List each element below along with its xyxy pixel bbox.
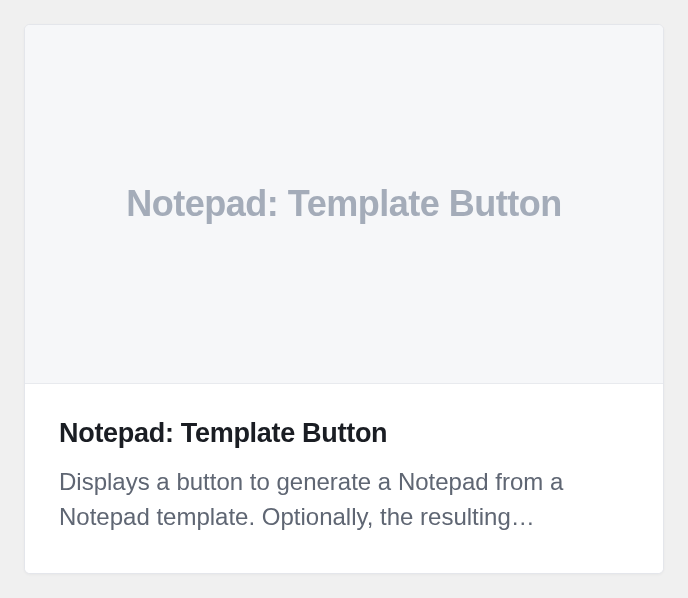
card-preview-area: Notepad: Template Button xyxy=(25,25,663,384)
widget-card[interactable]: Notepad: Template Button Notepad: Templa… xyxy=(24,24,664,574)
card-info: Notepad: Template Button Displays a butt… xyxy=(25,384,663,573)
card-title: Notepad: Template Button xyxy=(59,418,629,449)
card-description: Displays a button to generate a Notepad … xyxy=(59,465,629,535)
preview-label: Notepad: Template Button xyxy=(126,183,561,225)
